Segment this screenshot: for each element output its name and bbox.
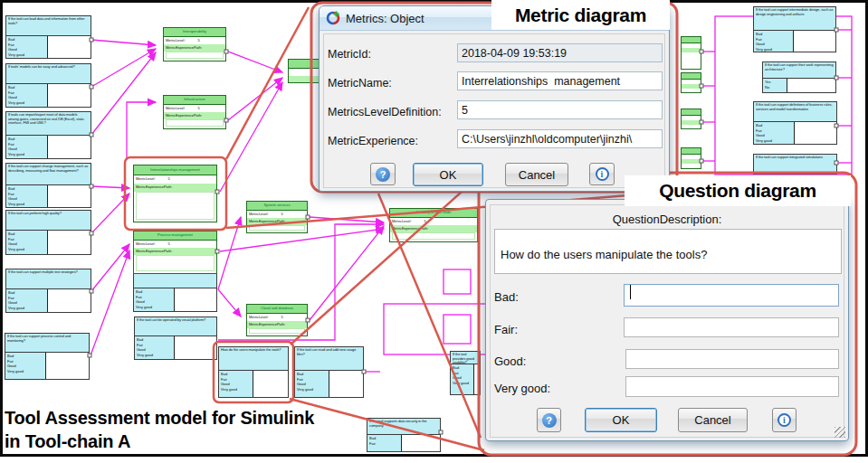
question-dialog: QuestionDescription: How do the users ma… <box>485 199 849 441</box>
question-box-models-easy[interactable]: If tools' models can be easy and advance… <box>5 63 91 108</box>
info-icon: i <box>777 413 791 427</box>
metricname-label: MetricName: <box>328 77 392 90</box>
help-button[interactable]: ? <box>370 163 396 185</box>
metric-box-system-services[interactable]: System services MetricLevel:5 MetricExpe… <box>246 201 308 233</box>
very-good-label: Very good: <box>494 382 550 395</box>
question-box-data-security[interactable]: If the tool supports data security in th… <box>367 418 441 452</box>
question-text: How do the users manipulate the tools? <box>501 248 707 261</box>
very-good-input[interactable] <box>625 376 839 397</box>
question-text-area[interactable]: How do the users manipulate the tools? <box>494 229 842 274</box>
good-input[interactable] <box>625 349 839 369</box>
info-button[interactable]: i <box>589 163 615 185</box>
question-box-title: If the tool supports data security in th… <box>367 419 440 435</box>
metric-box-small-4[interactable] <box>681 147 701 169</box>
question-description-label: QuestionDescription: <box>486 213 848 226</box>
model-title-line1: Tool Assessment model for Simulink <box>5 406 314 430</box>
question-box-title: If the tool can support integrated simul… <box>754 155 836 175</box>
metric-box-title: Infrastructure <box>164 96 225 105</box>
question-box-usage-files[interactable]: If the tool can read and add new usage f… <box>294 346 364 398</box>
question-box-change-mgmt[interactable]: If the tool can support change managemen… <box>5 163 91 208</box>
route-rect-1 <box>444 269 471 294</box>
metricexperience-field[interactable] <box>457 129 663 148</box>
question-box-title: If the tool can support multiple test st… <box>6 269 91 289</box>
metric-box-interrelationships-management[interactable]: Interrelationships management MetricLeve… <box>133 165 217 222</box>
fair-input[interactable] <box>624 317 839 337</box>
metric-box-small-3[interactable] <box>681 109 701 129</box>
cancel-button[interactable]: Cancel <box>505 163 568 186</box>
question-box-title: If the tool can perform high quality? <box>6 211 91 231</box>
ok-button[interactable]: OK <box>585 408 657 432</box>
question-box-high-quality[interactable]: If the tool can perform high quality? Ba… <box>5 210 91 255</box>
metricsleveldefinition-label: MetricsLevelDefinition: <box>328 106 442 118</box>
question-box-process-control[interactable]: If the tool can support process control … <box>5 333 90 380</box>
question-box-import-export[interactable]: If tools can import/export most of data … <box>5 111 91 159</box>
question-diagram-label: Question diagram <box>625 175 851 206</box>
metric-box-interoperability[interactable]: Interoperability MetricLevel:5 MetricExp… <box>163 27 226 61</box>
fair-label: Fair: <box>494 323 518 336</box>
metricexperience-label: MetricExperience: <box>328 135 418 147</box>
metric-box-usability-front-ends[interactable]: Usability of front ends MetricLevel:5 Me… <box>389 208 478 242</box>
question-box-title: If the tool provides good usability? <box>451 352 480 364</box>
model-title-line2: in Tool-chain A <box>5 430 314 453</box>
info-button[interactable]: i <box>772 408 796 432</box>
question-box-title: If the tool can support change managemen… <box>6 164 91 185</box>
metric-box-small-1[interactable] <box>681 36 701 70</box>
metric-box-title: Cloud and database <box>247 305 307 314</box>
question-box-integrated-simulations[interactable]: If the tool can support integrated simul… <box>753 154 837 175</box>
help-icon: ? <box>542 413 557 428</box>
question-box-title: If the tool can support their work repre… <box>763 62 835 79</box>
question-box-title: If the tool can load data and informatio… <box>6 16 91 36</box>
question-box-visual-platform[interactable]: If the tool can be operated by visual pl… <box>134 317 217 360</box>
question-box-multi-processes[interactable]: If the tool can support multi processes?… <box>133 268 217 312</box>
question-box-representing-architecture[interactable]: If the tool can support their work repre… <box>762 61 836 93</box>
metric-box-process-management[interactable]: Process management MetricLevel:5 MetricE… <box>133 231 217 274</box>
question-box-title: If the tool can support process control … <box>5 334 89 353</box>
metricid-field[interactable] <box>457 43 663 62</box>
metric-box-title: Interoperability <box>164 28 225 37</box>
metric-box-cloud-and-database[interactable]: Cloud and database MetricLevel:5 MetricE… <box>246 304 308 336</box>
question-box-manipulate-tools[interactable]: How do the users manipulate the tools? B… <box>218 346 289 398</box>
metric-box-title: Usability of front ends <box>390 209 477 218</box>
question-box-title: If the tool can support definitions of b… <box>754 102 836 122</box>
question-box-business-rules[interactable]: If the tool can support definitions of b… <box>753 101 837 145</box>
good-label: Good: <box>494 354 526 368</box>
question-box-title: If the tool can support intermediate des… <box>754 7 835 31</box>
metricname-field[interactable] <box>457 71 663 90</box>
help-button[interactable]: ? <box>537 408 561 432</box>
metric-box-title: System services <box>247 202 307 211</box>
metrics-object-dialog: Metrics: Object MetricId: MetricName: Me… <box>319 5 670 192</box>
metric-box-title: Process management <box>134 232 216 241</box>
question-box-title: If tools can import/export most of data … <box>6 112 91 136</box>
metrics-object-icon <box>326 11 340 25</box>
resize-grip[interactable] <box>835 427 845 438</box>
question-box-test-strategy[interactable]: If the tool can support multiple test st… <box>5 269 91 313</box>
question-box-title: How do the users manipulate the tools? <box>219 347 288 371</box>
question-box-title: If tools' models can be easy and advance… <box>6 64 91 84</box>
help-icon: ? <box>376 167 390 182</box>
metric-box-infrastructure[interactable]: Infrastructure MetricLevel:5 MetricExper… <box>163 95 226 129</box>
metricsleveldefinition-field[interactable] <box>457 100 663 119</box>
route-rect-2 <box>444 315 471 344</box>
metricid-label: MetricId: <box>328 48 371 61</box>
route-rect-3 <box>384 304 487 354</box>
cancel-button[interactable]: Cancel <box>678 408 748 432</box>
question-box-partially-hidden[interactable]: If the tool provides good usability? Bad… <box>450 351 481 395</box>
model-title: Tool Assessment model for Simulink in To… <box>5 406 314 453</box>
metrics-dialog-title: Metrics: Object <box>346 12 424 25</box>
metric-box-small-2[interactable] <box>681 72 701 93</box>
info-icon: i <box>596 167 609 181</box>
question-box-load-data[interactable]: If the tool can load data and informatio… <box>5 15 91 59</box>
ok-button[interactable]: OK <box>413 163 483 186</box>
question-box-intermediate-design[interactable]: If the tool can support intermediate des… <box>753 6 836 52</box>
tool-assessment-model-screenshot: If the tool can load data and informatio… <box>0 0 868 463</box>
text-cursor <box>630 285 631 299</box>
question-box-title: If the tool can be operated by visual pl… <box>135 317 216 336</box>
question-box-title: If the tool can read and add new usage f… <box>295 347 363 371</box>
metric-diagram-label: Metric diagram <box>491 0 670 30</box>
metric-box-title: Interrelationships management <box>134 165 216 175</box>
bad-input[interactable] <box>624 284 839 307</box>
bad-label: Bad: <box>494 290 519 304</box>
